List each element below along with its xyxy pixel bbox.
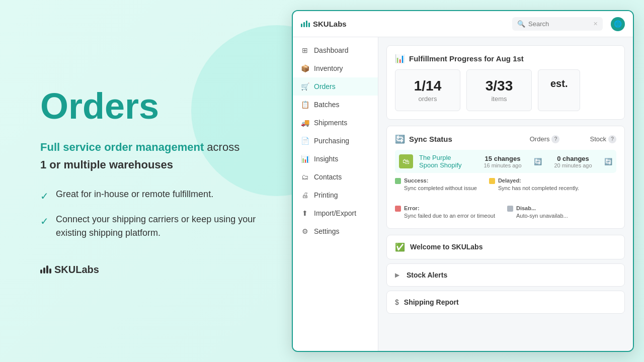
sidebar-label-orders: Orders — [314, 82, 336, 90]
logo-text: SKULabs — [54, 264, 99, 276]
sidebar-item-contacts[interactable]: 🗂 Contacts — [293, 168, 378, 186]
search-input[interactable] — [528, 20, 590, 28]
legend-success: Success: Sync completed without issue — [395, 177, 477, 193]
shipping-report-row[interactable]: $ Shipping Report — [386, 291, 625, 314]
orders-number: 1/14 — [408, 78, 448, 94]
error-dot — [395, 206, 401, 212]
delayed-label: Delayed: — [498, 177, 521, 184]
items-number: 3/33 — [479, 78, 519, 94]
orders-refresh-icon[interactable]: 🔄 — [534, 158, 542, 165]
stock-alerts-row[interactable]: ▶ Stock Alerts — [386, 263, 625, 287]
logo-labs: Labs — [75, 264, 99, 275]
legend-error: Error: Sync failed due to an error or ti… — [395, 205, 495, 220]
disabled-desc: Auto-syn unavailab... — [516, 213, 568, 219]
stock-sync-stat: 0 changes 20 minutes ago — [548, 155, 598, 168]
welcome-check-icon: ✅ — [395, 242, 405, 252]
orders-sync-count: 15 changes — [477, 155, 528, 162]
orders-sync-stat: 15 changes 16 minutes ago — [477, 155, 528, 168]
logo-bars — [40, 265, 51, 274]
sidebar-label-printing: Printing — [314, 191, 338, 199]
delayed-text: Delayed: Sync has not completed recently… — [498, 177, 579, 193]
sidebar-item-settings[interactable]: ⚙ Settings — [293, 222, 378, 240]
hero-line2: 1 or multiple warehouses — [40, 158, 262, 171]
stock-help[interactable]: ? — [608, 135, 616, 143]
bar4 — [49, 268, 51, 274]
orders-col-label: Orders — [530, 135, 550, 143]
orders-stat: 1/14 orders — [395, 69, 460, 111]
error-text: Error: Sync failed due to an error or ti… — [404, 205, 495, 220]
sidebar-label-import-export: Import/Export — [314, 209, 356, 217]
delayed-dot — [489, 178, 495, 184]
feature-item-1: ✓ Great for in-house or remote fulfillme… — [40, 188, 262, 204]
success-text: Success: Sync completed without issue — [404, 177, 477, 193]
globe-button[interactable]: 🌐 — [611, 17, 625, 31]
disabled-label: Disab... — [516, 205, 536, 211]
batches-icon: 📋 — [301, 101, 309, 109]
bottom-logo: SKULabs — [40, 264, 262, 276]
orders-icon: 🛒 — [301, 82, 309, 90]
app-window: SKULabs 🔍 ✕ 🌐 ⊞ Dashboard 📦 Inventory — [292, 10, 634, 352]
import-export-icon: ⬆ — [301, 209, 309, 217]
printing-icon: 🖨 — [301, 191, 309, 199]
sidebar-label-shipments: Shipments — [314, 119, 347, 127]
est-stat: est. — [538, 69, 580, 111]
stock-alerts-chevron: ▶ — [395, 272, 399, 279]
sidebar-item-inventory[interactable]: 📦 Inventory — [293, 59, 378, 77]
topbar: SKULabs 🔍 ✕ 🌐 — [293, 11, 633, 37]
logo-sku: SKU — [54, 264, 75, 275]
bar2 — [43, 267, 45, 274]
sidebar-item-batches[interactable]: 📋 Batches — [293, 96, 378, 114]
page-wrapper: Orders Full service order management acr… — [0, 0, 644, 362]
orders-sync-time: 16 minutes ago — [477, 162, 528, 168]
store-name[interactable]: The Purple Spoon Shopify — [419, 154, 471, 169]
sidebar-item-insights[interactable]: 📊 Insights — [293, 150, 378, 168]
sync-title: Sync Status — [409, 135, 452, 143]
sidebar-label-dashboard: Dashboard — [314, 46, 349, 54]
sidebar-item-printing[interactable]: 🖨 Printing — [293, 186, 378, 204]
success-label: Success: — [404, 177, 428, 184]
feature-list: ✓ Great for in-house or remote fulfillme… — [40, 188, 262, 240]
hero-subtitle: Full service order management across — [40, 139, 262, 155]
sidebar-item-orders[interactable]: 🛒 Orders — [293, 77, 378, 96]
tbar1 — [301, 24, 302, 27]
topbar-logo: SKULabs — [301, 20, 347, 28]
items-stat: 3/33 items — [466, 69, 532, 111]
sidebar-label-insights: Insights — [314, 155, 338, 163]
orders-help[interactable]: ? — [551, 135, 559, 143]
sync-icon: 🔄 — [395, 134, 405, 144]
sidebar-label-inventory: Inventory — [314, 64, 343, 72]
sidebar-label-batches: Batches — [314, 101, 340, 109]
clear-icon: ✕ — [593, 21, 598, 27]
feature-item-2: ✓ Connect your shipping carriers or keep… — [40, 213, 262, 240]
stock-refresh-icon[interactable]: 🔄 — [604, 158, 612, 165]
welcome-title: Welcome to SKULabs — [410, 243, 482, 251]
sidebar-item-dashboard[interactable]: ⊞ Dashboard — [293, 41, 378, 59]
fulfillment-title: Fulfillment Progress for Aug 1st — [409, 54, 524, 63]
shipping-dollar-icon: $ — [395, 298, 399, 306]
sidebar-item-import-export[interactable]: ⬆ Import/Export — [293, 204, 378, 222]
contacts-icon: 🗂 — [301, 173, 309, 181]
stock-sync-time: 20 minutes ago — [548, 162, 598, 168]
legend-disabled: Disab... Auto-syn unavailab... — [507, 205, 568, 220]
error-desc: Sync failed due to an error or timeout — [404, 213, 495, 219]
search-bar[interactable]: 🔍 ✕ — [512, 17, 603, 31]
sidebar-label-contacts: Contacts — [314, 173, 342, 181]
welcome-row[interactable]: ✅ Welcome to SKULabs — [386, 235, 625, 259]
insights-icon: 📊 — [301, 155, 309, 163]
shipping-report-title: Shipping Report — [404, 298, 459, 306]
disabled-text: Disab... Auto-syn unavailab... — [516, 205, 568, 220]
inventory-icon: 📦 — [301, 64, 309, 72]
sidebar-item-shipments[interactable]: 🚚 Shipments — [293, 114, 378, 132]
sync-store-row: 🛍 The Purple Spoon Shopify 15 changes 16… — [395, 150, 616, 173]
stock-sync-count: 0 changes — [548, 155, 598, 162]
sidebar-item-purchasing[interactable]: 📄 Purchasing — [293, 132, 378, 150]
stock-col-label: Stock — [590, 135, 606, 143]
topbar-logo-text: SKULabs — [313, 20, 347, 28]
bar1 — [40, 269, 42, 274]
sidebar-label-purchasing: Purchasing — [314, 137, 349, 145]
sync-status-card: 🔄 Sync Status Orders ? Stock ? — [386, 126, 625, 229]
fulfillment-header: 📊 Fulfillment Progress for Aug 1st — [395, 54, 616, 63]
app-body: ⊞ Dashboard 📦 Inventory 🛒 Orders 📋 Batch… — [293, 37, 633, 351]
sync-header: 🔄 Sync Status Orders ? Stock ? — [395, 134, 616, 144]
fulfillment-icon: 📊 — [395, 54, 405, 63]
